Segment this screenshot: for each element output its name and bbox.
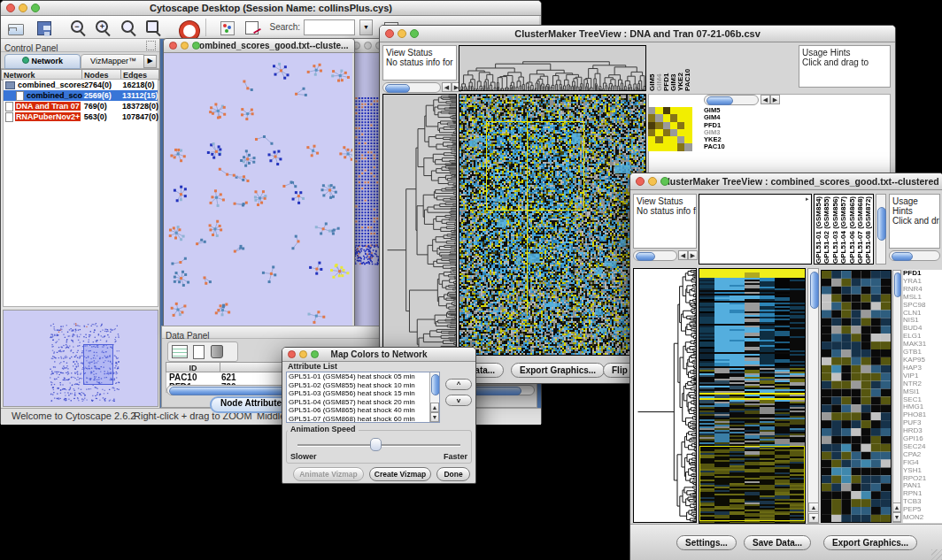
attribute-list-scrollbar[interactable]: ▲ ▼: [429, 372, 439, 422]
network-list-row[interactable]: DNA and Tran 07769(0)183728(0): [4, 101, 158, 111]
scroll-right-icon[interactable]: ▶: [688, 250, 698, 260]
select-attributes-icon[interactable]: [172, 345, 188, 358]
resize-grip[interactable]: [931, 549, 942, 560]
attribute-item[interactable]: GPL51-06 (GSM865) heat shock 40 min: [287, 406, 429, 415]
minimize-button[interactable]: [398, 29, 406, 38]
tv1-matrix-hscrollbar[interactable]: [704, 95, 759, 105]
heatmap-column-label: GPL51-03 (GSM856): [831, 196, 839, 264]
tv1-mini-matrix[interactable]: [648, 107, 692, 151]
zoom-button[interactable]: [31, 4, 40, 12]
tv2-gene-list[interactable]: PFD1YRA1RNR4MSL1SPC98CLN1NIS1BUD4ELG1MAK…: [903, 270, 942, 523]
zoom-button[interactable]: [660, 177, 669, 186]
main-title-bar[interactable]: Cytoscape Desktop (Session Name: collins…: [1, 1, 541, 16]
matrix-cell: [684, 129, 691, 136]
new-attribute-icon[interactable]: [193, 345, 205, 359]
treeview1-title-bar[interactable]: ClusterMaker TreeView : DNA and Tran 07-…: [380, 26, 895, 42]
speed-slider-thumb[interactable]: [370, 438, 382, 451]
zoom-in-icon[interactable]: +: [94, 19, 112, 36]
treeview2-title-bar[interactable]: ClusterMaker TreeView : combined_scores_…: [630, 173, 942, 190]
minimize-button[interactable]: [299, 350, 307, 358]
minimize-button[interactable]: [364, 42, 372, 50]
search-input[interactable]: [304, 19, 355, 35]
dialog-title-bar[interactable]: Map Colors to Network: [282, 348, 475, 362]
heatmap-column-label: GIM5: [648, 47, 655, 91]
tv2-gene-scrollbar[interactable]: ▲ ▼: [892, 270, 901, 523]
minimize-button[interactable]: [181, 42, 189, 50]
tab-vizmapper[interactable]: VizMapper™: [81, 54, 146, 69]
annotation-icon[interactable]: [243, 19, 260, 36]
help-lifesaver-icon[interactable]: [177, 19, 195, 36]
tv2-button-export-graphics---[interactable]: Export Graphics...: [823, 535, 917, 550]
scroll-right-icon[interactable]: ▶: [770, 95, 780, 104]
save-icon[interactable]: [35, 19, 52, 36]
tv2-zoom-heatmap[interactable]: [821, 270, 892, 523]
tv2-button-settings---[interactable]: Settings...: [676, 535, 737, 550]
tv1-row-dendrogram[interactable]: [382, 94, 457, 356]
minimize-button[interactable]: [19, 4, 27, 12]
attribute-item[interactable]: GPL51-04 (GSM857) heat shock 20 min: [287, 398, 429, 407]
network-name: combined_scores: [17, 81, 84, 89]
attribute-item[interactable]: GPL51-01 (GSM854) heat shock 05 min: [287, 372, 429, 381]
tv2-bottom-bar: Settings...Save Data...Export Graphics..…: [630, 524, 942, 560]
tv2-status-scrollbar[interactable]: [633, 250, 677, 261]
close-button[interactable]: [288, 350, 296, 358]
attribute-listbox[interactable]: GPL51-01 (GSM854) heat shock 05 minGPL51…: [286, 372, 440, 423]
tv2-button-save-data---[interactable]: Save Data...: [744, 535, 811, 550]
tab-overflow-arrow-icon[interactable]: ▶: [143, 55, 157, 68]
network-list-row[interactable]: combined_sco2569(6)13112(15): [4, 90, 158, 101]
attribute-item[interactable]: GPL51-02 (GSM855) heat shock 10 min: [287, 381, 429, 390]
data-column-id[interactable]: ID: [166, 362, 220, 372]
network-name: DNA and Tran 07: [15, 102, 81, 111]
heatmap-column-label: GIM3: [669, 47, 676, 91]
scroll-left-icon[interactable]: ◀: [442, 82, 452, 92]
map-colors-dialog: Map Colors to Network Attribute List GPL…: [282, 347, 476, 484]
scroll-left-icon[interactable]: ◀: [678, 250, 688, 260]
birdseye-view[interactable]: [3, 310, 158, 407]
network-list-row[interactable]: combined_scores2764(0)16218(0): [4, 80, 158, 90]
close-button[interactable]: [169, 42, 177, 50]
network-frame-title-bar[interactable]: combined_scores_good.txt--cluste...: [164, 39, 354, 53]
attribute-item[interactable]: GPL51-07 (GSM868) heat shock 60 min: [287, 415, 429, 423]
open-file-icon[interactable]: [8, 19, 26, 36]
tv2-heatmap[interactable]: [699, 268, 806, 524]
vizmapper-icon[interactable]: [218, 19, 236, 36]
network-list-row[interactable]: RNAPuberNov2+563(0)107847(0): [4, 111, 158, 122]
network-view-canvas[interactable]: [164, 53, 352, 329]
animation-group: Slower Faster: [286, 430, 472, 464]
dialog-button-create-vizmap[interactable]: Create Vizmap: [369, 467, 431, 481]
tv2-row-dendrogram[interactable]: [633, 268, 697, 523]
zoom-out-icon[interactable]: −: [69, 19, 87, 36]
search-dropdown-arrow-icon[interactable]: ▼: [359, 19, 373, 35]
tab-network[interactable]: Network: [4, 54, 81, 69]
move-up-button[interactable]: ^: [445, 379, 472, 390]
close-button[interactable]: [6, 4, 15, 12]
tv2-column-tree-area[interactable]: [699, 194, 812, 265]
tv1-heatmap[interactable]: [459, 94, 646, 356]
minimize-button[interactable]: [648, 177, 657, 186]
birdseye-viewport-rect[interactable]: [83, 344, 113, 385]
tv2-collabel-scrollbar[interactable]: [876, 194, 886, 265]
zoom-selected-icon[interactable]: [144, 19, 162, 36]
tv1-column-dendrogram[interactable]: [459, 45, 646, 91]
zoom-button[interactable]: [311, 350, 319, 358]
tv2-heatmap-vscrollbar[interactable]: ▲ ▼: [807, 268, 819, 524]
tv1-status-scrollbar[interactable]: [382, 82, 441, 93]
zoom-fit-icon[interactable]: [120, 19, 137, 36]
matrix-cell: [648, 114, 655, 121]
move-down-button[interactable]: v: [445, 395, 472, 406]
attribute-item[interactable]: GPL51-03 (GSM856) heat shock 15 min: [287, 389, 429, 398]
tv2-hints-scrollbar[interactable]: [889, 250, 940, 261]
dialog-button-done[interactable]: Done: [436, 467, 470, 481]
close-button[interactable]: [636, 177, 645, 186]
float-panel-icon[interactable]: [146, 41, 156, 50]
zoom-button[interactable]: [410, 29, 419, 38]
delete-attribute-icon[interactable]: [211, 345, 223, 358]
close-button[interactable]: [385, 29, 394, 38]
scroll-left-icon[interactable]: ◀: [761, 95, 770, 104]
gene-label[interactable]: MON2: [903, 514, 942, 522]
tv1-button-export-graphics---[interactable]: Export Graphics...: [511, 363, 605, 378]
dialog-button-animate-vizmap[interactable]: Animate Vizmap: [293, 467, 364, 481]
zoom-button[interactable]: [192, 42, 200, 50]
file-icon: [5, 112, 13, 122]
expand-arrow-icon[interactable]: ▸: [806, 196, 809, 203]
